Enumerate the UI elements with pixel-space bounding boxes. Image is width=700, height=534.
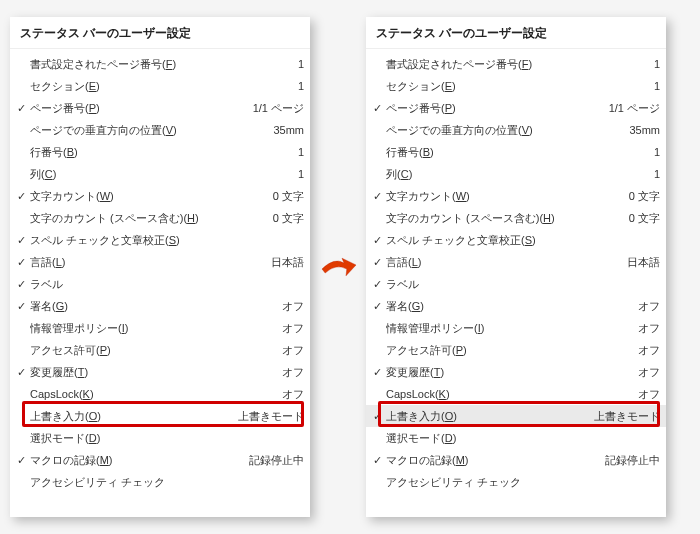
- menu-item[interactable]: ページでの垂直方向の位置(V)35mm: [10, 119, 310, 141]
- menu-item[interactable]: 行番号(B)1: [366, 141, 666, 163]
- menu-item[interactable]: ✓変更履歴(T)オフ: [366, 361, 666, 383]
- menu-item-value: 0 文字: [269, 211, 304, 226]
- menu-item-label: 文字のカウント (スペース含む)(H): [386, 211, 625, 226]
- menu-item[interactable]: 選択モード(D): [366, 427, 666, 449]
- menu-item[interactable]: セクション(E)1: [366, 75, 666, 97]
- menu-item-value: オフ: [278, 365, 304, 380]
- menu-item[interactable]: アクセシビリティ チェック: [10, 471, 310, 493]
- menu-item-value: 記録停止中: [245, 453, 304, 468]
- menu-item-label: スペル チェックと文章校正(S): [30, 233, 300, 248]
- menu-item[interactable]: セクション(E)1: [10, 75, 310, 97]
- menu-item-label: 署名(G): [30, 299, 278, 314]
- menu-item-label: ページ番号(P): [30, 101, 249, 116]
- menu-item[interactable]: ✓言語(L)日本語: [10, 251, 310, 273]
- menu-item-value: オフ: [634, 343, 660, 358]
- menu-item[interactable]: ✓上書き入力(O)上書きモード: [366, 405, 666, 427]
- menu-item-value: オフ: [634, 365, 660, 380]
- menu-item[interactable]: ✓スペル チェックと文章校正(S): [10, 229, 310, 251]
- menu-item[interactable]: ✓スペル チェックと文章校正(S): [366, 229, 666, 251]
- menu-item-label: 上書き入力(O): [386, 409, 590, 424]
- menu-item-value: 上書きモード: [234, 409, 304, 424]
- menu-item[interactable]: 行番号(B)1: [10, 141, 310, 163]
- menu-item-label: 書式設定されたページ番号(F): [30, 57, 294, 72]
- menu-item[interactable]: 書式設定されたページ番号(F)1: [10, 53, 310, 75]
- check-icon: ✓: [368, 454, 386, 467]
- check-icon: ✓: [368, 366, 386, 379]
- menu-item[interactable]: ✓言語(L)日本語: [366, 251, 666, 273]
- check-icon: ✓: [12, 366, 30, 379]
- menu-item[interactable]: 文字のカウント (スペース含む)(H)0 文字: [366, 207, 666, 229]
- menu-item[interactable]: ✓ラベル: [366, 273, 666, 295]
- menu-item-value: 日本語: [267, 255, 304, 270]
- statusbar-settings-panel-before: ステータス バーのユーザー設定 書式設定されたページ番号(F)1セクション(E)…: [10, 17, 310, 517]
- menu-item-label: 上書き入力(O): [30, 409, 234, 424]
- menu-item-label: マクロの記録(M): [386, 453, 601, 468]
- menu-list: 書式設定されたページ番号(F)1セクション(E)1✓ページ番号(P)1/1 ペー…: [366, 49, 666, 493]
- menu-item[interactable]: 書式設定されたページ番号(F)1: [366, 53, 666, 75]
- menu-item[interactable]: 選択モード(D): [10, 427, 310, 449]
- menu-item[interactable]: ✓署名(G)オフ: [366, 295, 666, 317]
- menu-item-value: 1/1 ページ: [605, 101, 660, 116]
- menu-item[interactable]: 列(C)1: [366, 163, 666, 185]
- check-icon: ✓: [368, 256, 386, 269]
- menu-item[interactable]: ✓文字カウント(W)0 文字: [366, 185, 666, 207]
- check-icon: ✓: [12, 102, 30, 115]
- menu-item-value: 1: [294, 146, 304, 158]
- menu-item-label: ページでの垂直方向の位置(V): [30, 123, 269, 138]
- menu-item-label: スペル チェックと文章校正(S): [386, 233, 656, 248]
- menu-item-value: オフ: [634, 387, 660, 402]
- check-icon: ✓: [12, 234, 30, 247]
- menu-item-label: 言語(L): [386, 255, 623, 270]
- menu-item-label: マクロの記録(M): [30, 453, 245, 468]
- menu-item[interactable]: CapsLock(K)オフ: [10, 383, 310, 405]
- panel-title: ステータス バーのユーザー設定: [366, 17, 666, 49]
- menu-item-value: 1: [650, 168, 660, 180]
- menu-item[interactable]: 列(C)1: [10, 163, 310, 185]
- menu-item[interactable]: ✓マクロの記録(M)記録停止中: [366, 449, 666, 471]
- menu-item[interactable]: ✓変更履歴(T)オフ: [10, 361, 310, 383]
- check-icon: ✓: [12, 256, 30, 269]
- menu-item-value: 1: [294, 80, 304, 92]
- menu-item-label: アクセシビリティ チェック: [30, 475, 300, 490]
- menu-item[interactable]: アクセス許可(P)オフ: [366, 339, 666, 361]
- menu-item-value: 日本語: [623, 255, 660, 270]
- statusbar-settings-panel-after: ステータス バーのユーザー設定 書式設定されたページ番号(F)1セクション(E)…: [366, 17, 666, 517]
- menu-item-value: 1: [650, 80, 660, 92]
- arrow-icon: [318, 247, 358, 287]
- menu-item-label: 文字カウント(W): [30, 189, 269, 204]
- menu-item[interactable]: ページでの垂直方向の位置(V)35mm: [366, 119, 666, 141]
- menu-item-label: 変更履歴(T): [30, 365, 278, 380]
- menu-item[interactable]: ✓ページ番号(P)1/1 ページ: [366, 97, 666, 119]
- menu-item[interactable]: アクセス許可(P)オフ: [10, 339, 310, 361]
- menu-item-label: 情報管理ポリシー(I): [30, 321, 278, 336]
- menu-item-label: アクセス許可(P): [386, 343, 634, 358]
- menu-item-value: 35mm: [269, 124, 304, 136]
- menu-item-value: 上書きモード: [590, 409, 660, 424]
- menu-item[interactable]: ✓ラベル: [10, 273, 310, 295]
- menu-item-value: オフ: [278, 321, 304, 336]
- check-icon: ✓: [12, 300, 30, 313]
- menu-item[interactable]: 上書き入力(O)上書きモード: [10, 405, 310, 427]
- menu-item-value: 記録停止中: [601, 453, 660, 468]
- menu-item-value: 0 文字: [625, 189, 660, 204]
- menu-item[interactable]: 情報管理ポリシー(I)オフ: [10, 317, 310, 339]
- check-icon: ✓: [368, 234, 386, 247]
- check-icon: ✓: [368, 102, 386, 115]
- menu-item[interactable]: 情報管理ポリシー(I)オフ: [366, 317, 666, 339]
- menu-item-label: CapsLock(K): [386, 388, 634, 400]
- menu-item[interactable]: ✓ページ番号(P)1/1 ページ: [10, 97, 310, 119]
- check-icon: ✓: [368, 300, 386, 313]
- menu-item-value: オフ: [634, 321, 660, 336]
- menu-item-value: オフ: [278, 343, 304, 358]
- menu-item[interactable]: アクセシビリティ チェック: [366, 471, 666, 493]
- menu-item[interactable]: ✓署名(G)オフ: [10, 295, 310, 317]
- menu-item[interactable]: ✓文字カウント(W)0 文字: [10, 185, 310, 207]
- menu-item-value: オフ: [278, 299, 304, 314]
- menu-item[interactable]: CapsLock(K)オフ: [366, 383, 666, 405]
- menu-item-label: 言語(L): [30, 255, 267, 270]
- menu-item[interactable]: ✓マクロの記録(M)記録停止中: [10, 449, 310, 471]
- menu-item-label: 文字カウント(W): [386, 189, 625, 204]
- panel-title: ステータス バーのユーザー設定: [10, 17, 310, 49]
- menu-item[interactable]: 文字のカウント (スペース含む)(H)0 文字: [10, 207, 310, 229]
- menu-item-value: 1/1 ページ: [249, 101, 304, 116]
